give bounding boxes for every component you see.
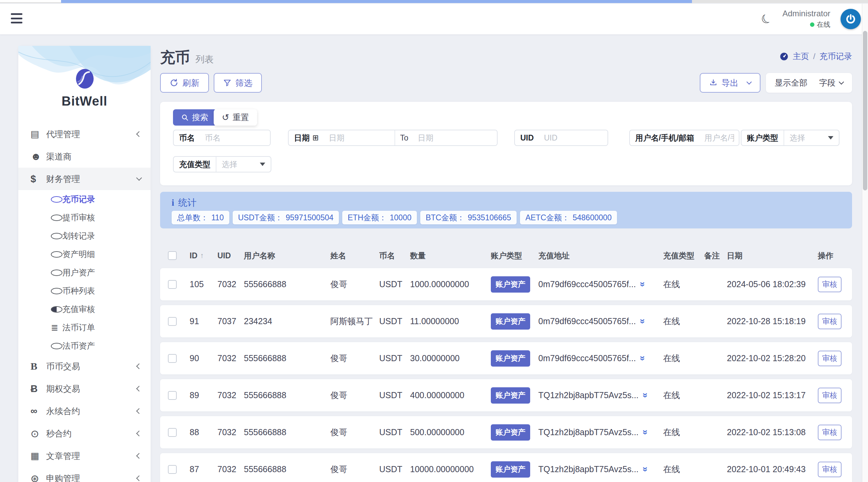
row-checkbox[interactable] xyxy=(168,317,177,326)
sidebar-item[interactable]: 充币记录 xyxy=(18,190,151,208)
select-all-checkbox[interactable] xyxy=(168,251,177,260)
row-checkbox[interactable] xyxy=(168,465,177,474)
circle-icon xyxy=(51,288,62,294)
search-button[interactable]: 搜索 xyxy=(173,109,216,126)
sidebar-item[interactable]: 期权交易 xyxy=(18,377,151,400)
cell-date: 2022-10-28 15:18:19 xyxy=(727,316,818,326)
cell-username: 555666888 xyxy=(244,353,330,363)
sidebar-item[interactable]: 申购管理 xyxy=(18,467,151,482)
page-title-sub: 列表 xyxy=(195,54,214,64)
col-remark: 备注 xyxy=(704,251,727,261)
row-checkbox[interactable] xyxy=(168,354,177,363)
cell-coin: USDT xyxy=(379,316,410,326)
sidebar-item[interactable]: 法币资产 xyxy=(18,337,151,355)
page-title-main: 充币 xyxy=(160,49,190,66)
chrome-strip-blue xyxy=(61,0,692,3)
sidebar-item[interactable]: 文章管理 xyxy=(18,445,151,467)
cell-uid: 7032 xyxy=(217,427,244,437)
user-status-label: 在线 xyxy=(817,20,830,29)
col-recharge-type: 充值类型 xyxy=(663,251,704,261)
expand-address-icon[interactable]: » xyxy=(641,467,650,472)
reset-icon: ↺ xyxy=(222,113,229,122)
cell-coin: USDT xyxy=(379,390,410,400)
scrollbar-thumb[interactable] xyxy=(863,31,867,190)
row-checkbox[interactable] xyxy=(168,280,177,289)
cell-address: TQ1zh2bj8apbT75Avz5s... » xyxy=(538,427,663,437)
account-type-select[interactable]: 选择 xyxy=(784,130,839,145)
sidebar-item[interactable]: 永续合约 xyxy=(18,400,151,422)
user-name: Administrator xyxy=(783,9,830,18)
sort-asc-icon[interactable]: ↑ xyxy=(200,252,204,260)
date-end-input[interactable] xyxy=(413,130,497,145)
hamburger-menu-icon[interactable] xyxy=(11,13,22,23)
sidebar-item[interactable]: 秒合约 xyxy=(18,422,151,445)
export-button[interactable]: 导出 xyxy=(700,73,760,93)
cell-recharge-type: 在线 xyxy=(663,316,704,327)
sidebar-item[interactable]: 资产明细 xyxy=(18,245,151,263)
filter-account-type: 账户类型 选择 xyxy=(741,130,840,146)
cell-date: 2024-05-06 18:02:39 xyxy=(727,279,818,289)
cell-uid: 7032 xyxy=(217,353,244,363)
expand-address-icon[interactable]: » xyxy=(638,282,647,287)
col-date: 日期 xyxy=(727,251,818,261)
cell-date: 2022-10-01 20:49:43 xyxy=(727,464,818,474)
breadcrumb-current[interactable]: 充币记录 xyxy=(819,51,852,62)
audit-button[interactable]: 审核 xyxy=(818,351,842,366)
scrollbar-track xyxy=(862,4,868,482)
audit-button[interactable]: 审核 xyxy=(818,314,842,329)
sidebar-item[interactable]: 渠道商 xyxy=(18,145,151,168)
audit-button[interactable]: 审核 xyxy=(818,462,842,477)
deposit-table: ID↑ UID 用户名称 姓名 币名 数量 账户类型 充值地址 充值类型 备注 … xyxy=(160,248,852,482)
sidebar-item[interactable]: 充值审核 xyxy=(18,300,151,318)
user-icon xyxy=(31,151,46,162)
cell-username: 555666888 xyxy=(244,427,330,437)
date-start-input[interactable] xyxy=(324,130,394,145)
refresh-button[interactable]: 刷新 xyxy=(160,73,209,93)
sidebar-item[interactable]: 财务管理 xyxy=(18,168,151,190)
filter-button[interactable]: 筛选 xyxy=(214,73,262,93)
expand-address-icon[interactable]: » xyxy=(638,356,647,361)
sidebar-item-label: 充币记录 xyxy=(62,194,141,205)
dark-mode-moon-icon[interactable]: ☾ xyxy=(759,11,774,27)
fields-button[interactable]: 显示全部 字段 xyxy=(766,73,852,93)
search-panel: 搜索 ↺ 重置 币名 日期 ⊞ To UID 用户名/手机/邮箱 xyxy=(160,102,852,185)
sidebar-item[interactable]: 法币订单 xyxy=(18,318,151,337)
account-type-badge: 账户资产 xyxy=(491,350,530,367)
breadcrumb: 主页 / 充币记录 xyxy=(779,51,852,62)
recharge-type-select[interactable]: 选择 xyxy=(216,157,271,172)
date-to-label: To xyxy=(394,130,413,145)
circle-icon xyxy=(51,343,62,349)
toolbar-right: 导出 显示全部 字段 xyxy=(700,73,852,93)
sidebar-item[interactable]: 币种列表 xyxy=(18,282,151,300)
sidebar-item-label: 法币订单 xyxy=(62,322,141,333)
expand-address-icon[interactable]: » xyxy=(641,393,650,398)
expand-address-icon[interactable]: » xyxy=(641,430,650,435)
row-checkbox[interactable] xyxy=(168,391,177,400)
breadcrumb-home[interactable]: 主页 xyxy=(793,51,809,62)
cell-name: 俊哥 xyxy=(330,427,379,438)
cell-address: 0m79df69ccc45005765f... » xyxy=(538,279,663,289)
sidebar-item-label: 币种列表 xyxy=(62,285,141,296)
avatar[interactable] xyxy=(841,9,861,29)
audit-button[interactable]: 审核 xyxy=(818,425,842,440)
row-checkbox[interactable] xyxy=(168,428,177,437)
reset-button[interactable]: ↺ 重置 xyxy=(214,109,257,126)
sidebar-item[interactable]: 划转记录 xyxy=(18,227,151,245)
table-row: 90 7032 555666888 俊哥 USDT 30.00000000 账户… xyxy=(160,342,852,374)
sidebar-item[interactable]: 代理管理 xyxy=(18,123,151,145)
coin-input[interactable] xyxy=(200,130,270,145)
audit-button[interactable]: 审核 xyxy=(818,388,842,403)
cell-recharge-type: 在线 xyxy=(663,353,704,364)
sidebar-item[interactable]: 提币审核 xyxy=(18,208,151,227)
power-icon xyxy=(845,13,857,25)
sidebar-item[interactable]: 币币交易 xyxy=(18,355,151,377)
account-input[interactable] xyxy=(700,130,739,145)
audit-button[interactable]: 审核 xyxy=(818,277,842,292)
screen: ☾ Administrator 在线 xyxy=(0,0,868,482)
cell-recharge-type: 在线 xyxy=(663,427,704,438)
uid-input[interactable] xyxy=(539,130,607,145)
sidebar-item[interactable]: 用户资产 xyxy=(18,263,151,282)
expand-address-icon[interactable]: » xyxy=(638,319,647,324)
address-text: TQ1zh2bj8apbT75Avz5s... xyxy=(538,427,639,437)
cell-recharge-type: 在线 xyxy=(663,390,704,401)
